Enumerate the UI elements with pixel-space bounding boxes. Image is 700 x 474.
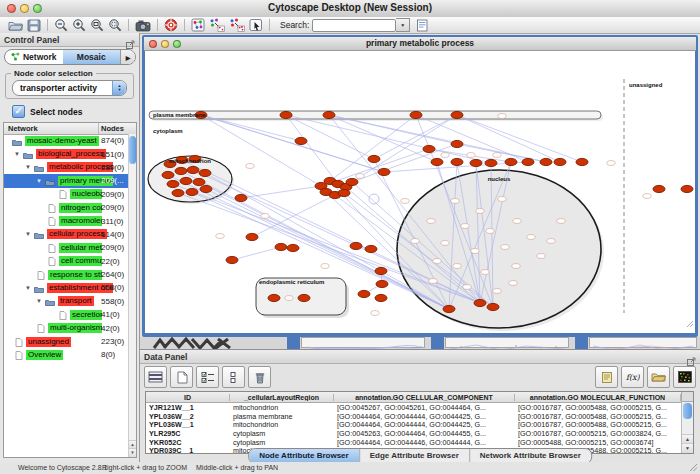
graph-node[interactable] (350, 242, 362, 249)
graph-node[interactable] (186, 188, 198, 195)
select-nodes-checkbox[interactable]: ✓ (12, 105, 25, 118)
tree-row[interactable]: response to stimulu264(0) (4, 268, 128, 281)
search-input[interactable] (312, 19, 396, 32)
graph-node[interactable] (451, 158, 463, 165)
graph-node[interactable] (268, 294, 280, 301)
graph-node[interactable] (540, 158, 552, 165)
table-row[interactable]: YJR121W__1mitochondrion[GO:0045267, GO:0… (146, 403, 693, 412)
zoom-out-icon[interactable] (54, 18, 68, 33)
network-graph[interactable]: plasma membranecytoplasmmitochondrionnuc… (145, 51, 695, 333)
graph-node[interactable] (451, 140, 463, 147)
column-header[interactable]: annotation.GO CELLULAR_COMPONENT (334, 394, 515, 401)
expander-icon[interactable]: ▼ (36, 298, 45, 304)
expander-icon[interactable]: ▼ (36, 178, 45, 184)
graph-node[interactable] (431, 158, 443, 165)
tab-node-attribute-browser[interactable]: Node Attribute Browser (249, 449, 359, 463)
graph-node[interactable] (226, 256, 238, 263)
tab-mosaic[interactable]: Mosaic (63, 50, 121, 64)
unselect-attributes-icon[interactable] (222, 366, 245, 388)
tree-row[interactable]: cellular metabo209(0) (4, 241, 128, 254)
graph-node[interactable] (275, 243, 287, 250)
network-view-titlebar[interactable]: primary metabolic process (144, 37, 696, 51)
save-session-icon[interactable] (27, 18, 41, 33)
column-header[interactable]: _cellularLayoutRegion (230, 394, 334, 401)
table-row[interactable]: YKR052Ccytoplasm[GO:0044464, GO:0044446,… (146, 438, 693, 447)
graph-node[interactable] (200, 185, 212, 192)
select-attributes-icon[interactable] (196, 366, 219, 388)
graph-node[interactable] (522, 158, 534, 165)
tab-network-attribute-browser[interactable]: Network Attribute Browser (469, 449, 591, 463)
window-fragment[interactable] (445, 337, 569, 348)
graph-node[interactable] (554, 158, 566, 165)
graph-node[interactable] (376, 280, 388, 287)
window-edge[interactable] (575, 337, 588, 349)
notes-icon[interactable] (595, 366, 618, 388)
graph-node[interactable] (287, 244, 299, 251)
graph-node[interactable] (323, 111, 335, 118)
graph-node[interactable] (358, 290, 370, 297)
graph-node[interactable] (485, 159, 497, 166)
import-attributes-icon[interactable] (647, 366, 670, 388)
tree-row[interactable]: macromolecule311(0) (4, 214, 128, 227)
scrollbar-thumb[interactable] (683, 403, 692, 419)
tree-row[interactable]: ▼cellular process614(0) (4, 228, 128, 241)
graph-node[interactable] (653, 185, 665, 192)
graph-node[interactable] (246, 233, 258, 240)
zoom-selected-icon[interactable] (108, 18, 122, 33)
graph-node[interactable] (199, 169, 211, 176)
column-header[interactable]: ID (146, 394, 230, 401)
graph-node[interactable] (451, 111, 463, 118)
graph-node[interactable] (410, 111, 422, 118)
graph-node[interactable] (295, 137, 307, 144)
network-canvas[interactable]: plasma membranecytoplasmmitochondrionnuc… (145, 51, 695, 333)
layout-edges-icon[interactable] (229, 18, 245, 33)
search-dropdown-button[interactable]: ▼ (396, 18, 410, 32)
table-row[interactable]: YPL036W__2plasma membrane[GO:0044464, GO… (146, 412, 693, 421)
graph-node[interactable] (187, 166, 199, 173)
expander-icon[interactable]: ▼ (25, 164, 34, 170)
tree-row[interactable]: Overview8(0) (4, 348, 128, 361)
graph-node[interactable] (470, 159, 482, 166)
tree-row[interactable]: secretion41(0) (4, 308, 128, 321)
graph-node[interactable] (375, 294, 387, 301)
graph-node[interactable] (365, 245, 377, 252)
window-edge[interactable] (287, 337, 300, 349)
graph-node[interactable] (280, 111, 292, 118)
attribute-table[interactable]: ID_cellularLayoutRegionannotation.GO CEL… (145, 391, 694, 454)
tree-row[interactable]: ▼biological_process651(0) (4, 147, 128, 160)
tree-row[interactable]: ▼establishment of lo558(0) (4, 281, 128, 294)
graph-node[interactable] (423, 145, 435, 152)
tree-row[interactable]: nitrogen compo209(0) (4, 201, 128, 214)
open-file-icon[interactable] (8, 18, 23, 33)
tree-row[interactable]: ▼metabolic process280(0) (4, 161, 128, 174)
search-config-icon[interactable] (416, 18, 429, 33)
expander-icon[interactable]: ▼ (25, 231, 34, 237)
graph-node[interactable] (443, 305, 455, 312)
delete-attribute-icon[interactable] (248, 366, 271, 388)
table-scrollbar[interactable]: ▲ ▼ (681, 402, 693, 453)
view-resize-grip[interactable] (686, 314, 694, 332)
graph-node[interactable] (474, 299, 486, 306)
app-resize-grip[interactable] (689, 463, 698, 473)
graph-node[interactable] (681, 185, 693, 192)
graph-node[interactable] (175, 167, 187, 174)
tree-scrollbar[interactable]: ▲ ▼ (128, 134, 136, 457)
graph-node[interactable] (576, 158, 588, 165)
graph-node[interactable] (167, 180, 179, 187)
new-attribute-icon[interactable] (170, 366, 193, 388)
function-builder-icon[interactable]: f(x) (621, 366, 644, 388)
graph-node[interactable] (368, 155, 380, 162)
scroll-down-icon[interactable]: ▼ (682, 443, 693, 453)
graph-node[interactable] (487, 303, 499, 310)
layout-nodes-icon[interactable] (209, 18, 225, 33)
window-fragment[interactable] (589, 337, 697, 348)
tab-scroll-right-icon[interactable]: ▶ (120, 50, 135, 64)
expander-icon[interactable]: ▼ (25, 285, 34, 291)
graph-node[interactable] (375, 267, 387, 274)
help-lifering-icon[interactable] (164, 18, 178, 33)
matrix-icon[interactable] (673, 366, 696, 388)
expander-icon[interactable]: ▼ (14, 151, 23, 157)
annotation-select-icon[interactable] (249, 18, 263, 33)
window-edge[interactable] (431, 337, 444, 349)
graph-node[interactable] (193, 178, 205, 185)
